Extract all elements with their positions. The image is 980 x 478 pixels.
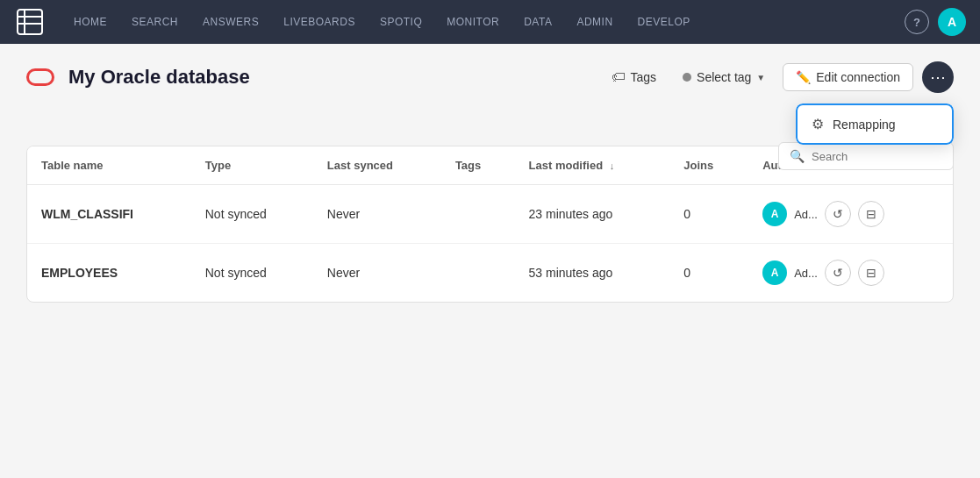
nav-liveboards[interactable]: LIVEBOARDS xyxy=(273,11,366,33)
main-content: My Oracle database 🏷 Tags Select tag ▼ ✏… xyxy=(0,44,980,320)
nav-admin[interactable]: ADMIN xyxy=(566,11,623,33)
table-row: EMPLOYEES Not synced Never 53 minutes ag… xyxy=(27,244,953,303)
sync-button-0[interactable]: ↺ xyxy=(825,201,851,227)
cell-last-modified-0: 23 minutes ago xyxy=(515,185,670,244)
cell-table-name-0: WLM_CLASSIFI xyxy=(27,185,191,244)
page-title: My Oracle database xyxy=(68,66,589,89)
nav-monitor[interactable]: MONITOR xyxy=(436,11,510,33)
tags-label: Tags xyxy=(631,70,657,84)
select-tag-button[interactable]: Select tag ▼ xyxy=(674,65,774,89)
author-name-0: Ad... xyxy=(794,208,818,221)
navbar: HOME SEARCH ANSWERS LIVEBOARDS SPOTIQ MO… xyxy=(0,0,980,44)
nav-develop[interactable]: DEVELOP xyxy=(627,11,701,33)
row-actions-1: A Ad... ↺ ⊟ xyxy=(762,260,939,286)
cell-type-1: Not synced xyxy=(191,244,313,303)
cell-joins-0: 0 xyxy=(669,185,748,244)
author-cell-1: A Ad... xyxy=(762,260,818,285)
gear-icon: ⚙ xyxy=(812,116,824,132)
logo[interactable] xyxy=(14,6,46,38)
nav-links: HOME SEARCH ANSWERS LIVEBOARDS SPOTIQ MO… xyxy=(63,11,905,33)
select-tag-label: Select tag xyxy=(697,70,751,84)
col-last-synced: Last synced xyxy=(313,146,441,185)
table-row: WLM_CLASSIFI Not synced Never 23 minutes… xyxy=(27,185,953,244)
remapping-menu-item[interactable]: ⚙ Remapping xyxy=(796,103,954,145)
help-button[interactable]: ? xyxy=(905,10,929,34)
tags-button[interactable]: 🏷 Tags xyxy=(603,64,666,90)
dot-icon xyxy=(683,73,691,82)
author-name-1: Ad... xyxy=(794,267,818,280)
cell-author-0: A Ad... ↺ ⊟ xyxy=(748,185,953,244)
view-button-0[interactable]: ⊟ xyxy=(858,201,884,227)
author-cell-0: A Ad... xyxy=(762,202,818,226)
chevron-down-icon: ▼ xyxy=(756,73,765,82)
cell-last-synced-0: Never xyxy=(313,185,441,244)
col-type: Type xyxy=(191,146,313,185)
cell-last-modified-1: 53 minutes ago xyxy=(515,244,670,303)
row-actions-0: A Ad... ↺ ⊟ xyxy=(762,201,939,227)
col-table-name: Table name xyxy=(27,146,191,185)
author-avatar-1: A xyxy=(762,260,787,285)
cell-author-1: A Ad... ↺ ⊟ xyxy=(748,244,953,303)
nav-data[interactable]: DATA xyxy=(513,11,562,33)
sort-icon: ↓ xyxy=(610,161,615,171)
col-joins: Joins xyxy=(669,146,748,185)
nav-answers[interactable]: ANSWERS xyxy=(192,11,269,33)
sync-button-1[interactable]: ↺ xyxy=(825,260,851,286)
nav-right: ? A xyxy=(905,8,966,36)
dropdown-menu: ⚙ Remapping xyxy=(796,103,954,145)
edit-connection-label: Edit connection xyxy=(816,70,900,84)
search-bar: 🔍 xyxy=(778,142,954,170)
remapping-label: Remapping xyxy=(833,118,896,132)
user-avatar[interactable]: A xyxy=(938,8,966,36)
database-icon xyxy=(26,68,54,86)
nav-home[interactable]: HOME xyxy=(63,11,118,33)
search-icon: 🔍 xyxy=(790,149,805,163)
svg-rect-0 xyxy=(18,10,42,34)
cell-type-0: Not synced xyxy=(191,185,313,244)
more-options-button[interactable]: ⋯ xyxy=(922,61,954,93)
header-actions: 🏷 Tags Select tag ▼ ✏️ Edit connection ⋯ xyxy=(603,61,954,93)
search-input[interactable] xyxy=(812,150,942,163)
page-header: My Oracle database 🏷 Tags Select tag ▼ ✏… xyxy=(26,61,954,93)
cell-tags-1 xyxy=(441,244,515,303)
author-avatar-0: A xyxy=(762,202,787,226)
pencil-icon: ✏️ xyxy=(796,70,811,84)
search-container: 🔍 xyxy=(778,142,954,170)
view-button-1[interactable]: ⊟ xyxy=(858,260,884,286)
cell-joins-1: 0 xyxy=(669,244,748,303)
nav-search[interactable]: SEARCH xyxy=(121,11,189,33)
cell-tags-0 xyxy=(441,185,515,244)
cell-last-synced-1: Never xyxy=(313,244,441,303)
nav-spotiq[interactable]: SPOTIQ xyxy=(369,11,433,33)
tag-icon: 🏷 xyxy=(612,69,626,85)
col-tags: Tags xyxy=(441,146,515,185)
edit-connection-button[interactable]: ✏️ Edit connection xyxy=(783,63,913,91)
col-last-modified[interactable]: Last modified ↓ xyxy=(515,146,670,185)
cell-table-name-1: EMPLOYEES xyxy=(27,244,191,303)
